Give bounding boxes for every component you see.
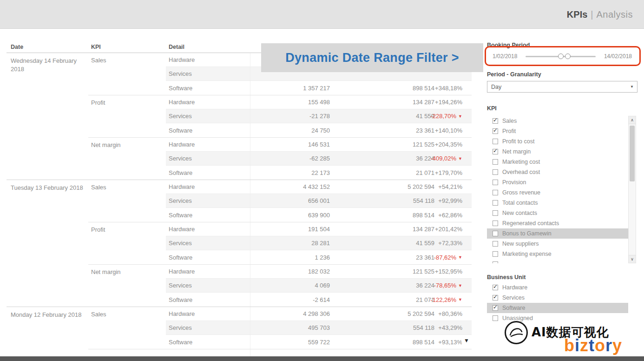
- kpi-filter-item-net-margin[interactable]: ✓Net margin: [487, 147, 628, 157]
- dropdown-caret-icon[interactable]: ▼: [627, 81, 637, 92]
- column-header-date[interactable]: Date: [7, 44, 88, 50]
- business-unit-item-software[interactable]: ✓Software: [487, 303, 628, 313]
- table-row[interactable]: Software-2 61421 071-122,26%▼: [166, 293, 472, 307]
- value-current: 22 173: [250, 166, 330, 180]
- checkbox[interactable]: [493, 139, 498, 144]
- table-row[interactable]: Hardware191 504134 287+201,42%: [166, 222, 472, 236]
- checkbox-label: New contacts: [502, 210, 537, 216]
- scrollbar-up-icon[interactable]: ∧: [629, 116, 636, 124]
- table-row[interactable]: Services28 28141 559+72,33%: [166, 236, 472, 250]
- table-row[interactable]: Hardware146 531121 525+204,35%: [166, 138, 472, 152]
- business-unit-item-services[interactable]: ✓Services: [487, 293, 628, 303]
- checkbox[interactable]: [493, 231, 498, 236]
- checkbox[interactable]: ✓: [493, 149, 498, 154]
- table-row[interactable]: Services656 001554 118+92,99%: [166, 194, 472, 208]
- checkbox[interactable]: [493, 159, 498, 165]
- table-row[interactable]: Services495 703554 118+43,29%: [166, 321, 472, 335]
- kpi-list-scrollbar[interactable]: ∧ ∨: [628, 116, 636, 263]
- kpi-filter-item-sales[interactable]: ✓Sales: [487, 116, 628, 126]
- value-percent-change: +62,86%: [434, 212, 472, 219]
- kpi-filter-item-total-contacts[interactable]: Total contacts: [487, 198, 628, 208]
- date-slider-track[interactable]: [526, 56, 596, 57]
- checkbox[interactable]: [493, 190, 498, 195]
- checkbox[interactable]: [493, 261, 498, 263]
- column-header-detail[interactable]: Detail: [166, 44, 184, 50]
- decrease-arrow-icon: ▼: [458, 283, 462, 288]
- table-row[interactable]: Services-21 27841 559-228,70%▼: [166, 109, 472, 123]
- value-percent-change: +72,33%: [434, 240, 472, 247]
- checkbox-label: Sales: [502, 118, 517, 124]
- scrollbar-down-icon[interactable]: ∨: [629, 255, 636, 263]
- business-unit-item-hardware[interactable]: ✓Hardware: [487, 282, 628, 293]
- table-row[interactable]: Software1 357 217898 514+348,18%: [166, 81, 472, 95]
- value-percent-change: +348,18%: [434, 85, 472, 92]
- annotation-banner: Dynamic Date Range Filter >: [261, 43, 483, 72]
- checkbox[interactable]: ✓: [493, 118, 498, 124]
- checkbox[interactable]: ✓: [493, 305, 498, 311]
- kpi-filter-item-gross-revenue[interactable]: Gross revenue: [487, 187, 628, 198]
- checkbox[interactable]: [493, 210, 498, 216]
- scrollbar-thumb[interactable]: [630, 126, 635, 181]
- kpi-group: SalesHardware4 298 3065 202 594+80,36%Se…: [88, 307, 472, 349]
- table-row[interactable]: Hardware4 432 1525 202 594+54,21%: [166, 180, 472, 194]
- checkbox[interactable]: [493, 241, 498, 247]
- date-slider-handle-end[interactable]: [565, 53, 571, 59]
- table-row[interactable]: Software639 900898 514+62,86%: [166, 208, 472, 222]
- kpi-filter-item-overhead-cost[interactable]: Overhead cost: [487, 167, 628, 177]
- granularity-dropdown[interactable]: Day ▼: [487, 81, 637, 93]
- kpi-filter-item-bonus-to-gamewin[interactable]: Bonus to Gamewin: [487, 228, 628, 239]
- kpi-filter-item-item[interactable]: [487, 259, 628, 263]
- watermark-logo-icon: [505, 321, 528, 344]
- checkbox[interactable]: [493, 221, 498, 226]
- table-row[interactable]: Services-62 28536 224-409,02%▼: [166, 152, 472, 166]
- table-row[interactable]: Software22 17321 071+179,70%: [166, 166, 472, 180]
- decrease-arrow-icon: ▼: [458, 255, 462, 260]
- booking-period-end-date[interactable]: 14/02/2018: [604, 53, 632, 60]
- kpi-filter-item-profit[interactable]: ✓Profit: [487, 126, 628, 136]
- kpi-label: Sales: [88, 180, 166, 222]
- bottom-bar: [0, 356, 644, 361]
- checkbox-label: Services: [502, 294, 525, 301]
- checkbox[interactable]: [493, 180, 498, 185]
- kpi-filter-item-regenerated-contacts[interactable]: Regenerated contacts: [487, 218, 628, 228]
- kpi-filter-item-profit-to-cost[interactable]: Profit to cost: [487, 136, 628, 147]
- kpi-filter-item-provision[interactable]: Provision: [487, 177, 628, 187]
- table-row[interactable]: Software559 722898 514+93,13%: [166, 335, 472, 349]
- date-slider-handle-start[interactable]: [558, 53, 564, 59]
- checkbox-label: Marketing cost: [502, 159, 540, 165]
- title-primary: KPIs: [567, 9, 587, 19]
- booking-period-start-date[interactable]: 1/02/2018: [493, 53, 517, 60]
- table-row[interactable]: Software24 75023 361+140,10%: [166, 123, 472, 137]
- detail-label: Software: [166, 339, 250, 346]
- detail-label: Hardware: [166, 56, 250, 63]
- checkbox[interactable]: ✓: [493, 128, 498, 134]
- column-header-kpi[interactable]: KPI: [88, 44, 166, 50]
- checkbox[interactable]: ✓: [493, 295, 498, 301]
- detail-label: Software: [166, 254, 250, 261]
- kpi-filter-item-marketing-cost[interactable]: Marketing cost: [487, 157, 628, 167]
- checkbox[interactable]: [493, 169, 498, 175]
- kpi-filter-item-marketing-expense[interactable]: Marketing expense: [487, 249, 628, 259]
- value-comparison: 898 514: [330, 212, 434, 219]
- table-row[interactable]: Services4 06936 224-78,65%▼: [166, 279, 472, 293]
- table-row[interactable]: Hardware182 032121 525+152,95%: [166, 265, 472, 279]
- checkbox[interactable]: [493, 251, 498, 257]
- table-row[interactable]: [166, 349, 472, 356]
- date-group: Tuesday 13 February 2018SalesHardware4 4…: [7, 180, 472, 307]
- detail-rows: Hardware191 504134 287+201,42%Services28…: [166, 222, 472, 264]
- kpi-filter-item-new-suppliers[interactable]: New suppliers: [487, 239, 628, 249]
- table-row[interactable]: Hardware155 498134 287+194,26%: [166, 95, 472, 109]
- kpi-filter-item-new-contacts[interactable]: New contacts: [487, 208, 628, 218]
- checkbox-label: Profit: [502, 128, 516, 134]
- logo-letter: y: [612, 336, 622, 355]
- table-row[interactable]: Software1 23623 361-87,62%▼: [166, 250, 472, 264]
- kpi-label: Profit: [88, 222, 166, 264]
- checkbox[interactable]: [493, 315, 498, 321]
- checkbox[interactable]: [493, 200, 498, 206]
- booking-period-slider[interactable]: 1/02/2018 14/02/2018: [487, 48, 637, 64]
- table-row[interactable]: Hardware4 298 3065 202 594+80,36%: [166, 307, 472, 321]
- table-scroll-down-icon[interactable]: ▼: [462, 336, 471, 345]
- checkbox[interactable]: ✓: [493, 285, 498, 290]
- detail-label: Services: [166, 240, 250, 247]
- business-unit-item-unassigned[interactable]: Unassigned: [487, 313, 628, 323]
